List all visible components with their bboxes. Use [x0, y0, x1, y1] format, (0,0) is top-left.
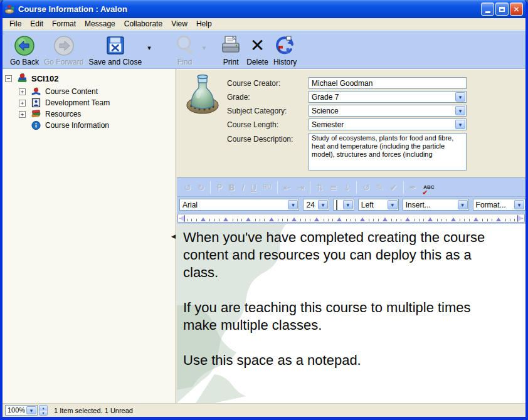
- save-and-close-button[interactable]: Save and Close: [86, 33, 144, 68]
- notepad-text[interactable]: When you've have completed creating the …: [177, 224, 485, 369]
- course-length-select[interactable]: Semester ▾: [309, 118, 467, 130]
- go-forward-button[interactable]: Go Forward: [41, 33, 86, 68]
- chevron-down-icon[interactable]: ▾: [26, 406, 36, 414]
- sort-list-icon[interactable]: ⇅: [313, 183, 327, 192]
- notepad-paragraph: If you are teaching this course to multi…: [183, 299, 485, 334]
- maximize-icon: [499, 7, 505, 12]
- print-button[interactable]: Print: [218, 33, 244, 68]
- chevron-down-icon[interactable]: ▾: [514, 200, 524, 209]
- find-button[interactable]: Find: [171, 33, 199, 68]
- right-indent-marker[interactable]: [517, 215, 523, 222]
- tree-item-label: Development Team: [45, 98, 110, 107]
- course-creator-input[interactable]: Michael Goodman: [309, 77, 467, 89]
- find-dropdown-caret-icon[interactable]: ▾: [199, 44, 209, 52]
- chevron-down-icon[interactable]: ▾: [343, 200, 353, 209]
- splitter-collapse-icon[interactable]: ◀: [171, 233, 176, 239]
- format-select[interactable]: Format... ▾: [473, 199, 525, 211]
- tree-item-course-information[interactable]: Course Information: [3, 120, 176, 131]
- chevron-down-icon[interactable]: ▾: [288, 200, 298, 209]
- tree-item-course-content[interactable]: + Course Content: [3, 86, 176, 97]
- minimize-button[interactable]: [481, 3, 494, 16]
- menu-collaborate[interactable]: Collaborate: [120, 19, 167, 29]
- move-down-icon[interactable]: ↓: [341, 183, 354, 192]
- history-button[interactable]: History: [271, 33, 299, 68]
- font-family-select[interactable]: Arial ▾: [179, 199, 299, 211]
- close-button[interactable]: ✕: [510, 3, 523, 16]
- pen-icon[interactable]: ✎: [373, 183, 387, 192]
- align-select[interactable]: Left ▾: [358, 199, 399, 211]
- menu-message[interactable]: Message: [80, 19, 120, 29]
- chevron-down-icon[interactable]: ▾: [318, 200, 328, 209]
- editor-font-toolbar: Arial ▾ 24 ▾ ▾ Left ▾ Insert... ▾: [177, 197, 525, 213]
- spinner-down-icon[interactable]: ▾: [40, 411, 47, 416]
- signature-icon[interactable]: ✒: [406, 183, 420, 192]
- save-and-close-icon: [104, 34, 127, 58]
- save-and-close-label: Save and Close: [88, 58, 142, 66]
- spinner-up-icon[interactable]: ▴: [40, 406, 47, 411]
- main-toolbar: Go Back Go Forward Save and Close: [3, 30, 525, 69]
- go-back-button[interactable]: Go Back: [8, 33, 41, 68]
- redo-icon[interactable]: ↻: [194, 183, 208, 192]
- find-icon: [173, 34, 197, 58]
- course-icon: [17, 73, 28, 83]
- notepad-paragraph: Use this space as a notepad.: [183, 352, 485, 369]
- zoom-select[interactable]: 100% ▾: [5, 405, 38, 416]
- chevron-down-icon[interactable]: ▾: [455, 92, 465, 102]
- course-information-icon: [31, 120, 41, 130]
- delete-button[interactable]: ✕ Delete: [244, 33, 271, 68]
- chevron-down-icon[interactable]: ▾: [458, 200, 468, 209]
- course-description-textarea[interactable]: Study of ecosystems, plants for food and…: [309, 133, 467, 171]
- tree-item-label: SCI102: [31, 74, 58, 83]
- grade-select[interactable]: Grade 7 ▾: [309, 91, 467, 103]
- notepad-editor[interactable]: When you've have completed creating the …: [177, 224, 525, 403]
- brush-icon[interactable]: ✔: [387, 183, 401, 192]
- maximize-button[interactable]: [495, 3, 509, 16]
- window-title: Course Information : Avalon: [18, 4, 481, 14]
- spellcheck-icon[interactable]: ABC ✔: [420, 185, 438, 190]
- left-indent-marker[interactable]: [179, 215, 185, 222]
- clear-formatting-icon[interactable]: BIU: [260, 185, 275, 190]
- undo-icon[interactable]: ↺: [181, 183, 194, 192]
- menu-format[interactable]: Format: [48, 19, 80, 29]
- go-forward-label: Go Forward: [44, 58, 83, 66]
- tree-item-resources[interactable]: + Resources: [3, 108, 176, 120]
- indent-icon[interactable]: ⇥: [293, 183, 307, 192]
- subject-category-select[interactable]: Science ▾: [309, 105, 467, 117]
- selection-status-text: 1 Item selected. 1 Unread: [54, 407, 133, 414]
- tree-item-development-team[interactable]: + Development Team: [3, 97, 176, 108]
- course-creator-label: Course Creator:: [227, 79, 280, 88]
- menu-bar: File Edit Format Message Collaborate Vie…: [3, 18, 525, 30]
- paragraph-icon[interactable]: P: [213, 183, 224, 192]
- font-color-select[interactable]: ▾: [333, 199, 354, 211]
- course-detail-pane: Course Creator: Michael Goodman Grade: G…: [177, 69, 525, 403]
- chevron-down-icon[interactable]: ▾: [388, 200, 398, 209]
- outdent-icon[interactable]: ⇤: [280, 183, 294, 192]
- menu-view[interactable]: View: [167, 19, 192, 29]
- expand-icon[interactable]: +: [19, 111, 26, 118]
- expand-icon[interactable]: +: [19, 88, 26, 95]
- tree-item-label: Course Information: [45, 121, 109, 130]
- menu-edit[interactable]: Edit: [26, 19, 48, 29]
- save-dropdown-caret-icon[interactable]: ▾: [144, 44, 154, 52]
- go-forward-icon: [53, 34, 75, 58]
- chevron-down-icon[interactable]: ▾: [455, 106, 465, 115]
- ruler-ticks: [187, 218, 515, 221]
- course-content-icon: [31, 87, 41, 97]
- chevron-down-icon[interactable]: ▾: [455, 120, 465, 129]
- expand-icon[interactable]: +: [19, 100, 26, 107]
- font-size-select[interactable]: 24 ▾: [303, 199, 329, 211]
- tree-item-sci102[interactable]: − SCI102: [3, 73, 176, 84]
- underline-icon[interactable]: U: [247, 183, 260, 192]
- menu-help[interactable]: Help: [192, 19, 216, 29]
- italic-icon[interactable]: I: [238, 183, 247, 192]
- bold-icon[interactable]: B: [225, 183, 238, 192]
- menu-file[interactable]: File: [5, 19, 26, 29]
- collapse-expander-icon[interactable]: −: [5, 75, 12, 82]
- find-label: Find: [177, 58, 192, 66]
- insert-select[interactable]: Insert... ▾: [403, 199, 469, 211]
- close-icon: ✕: [513, 6, 519, 13]
- rotate-icon[interactable]: ↺: [359, 183, 373, 192]
- insert-rule-icon[interactable]: ≡: [327, 183, 341, 192]
- status-bar: 100% ▾ ▴ ▾ 1 Item selected. 1 Unread: [3, 403, 525, 417]
- zoom-spinner[interactable]: ▴ ▾: [39, 405, 48, 416]
